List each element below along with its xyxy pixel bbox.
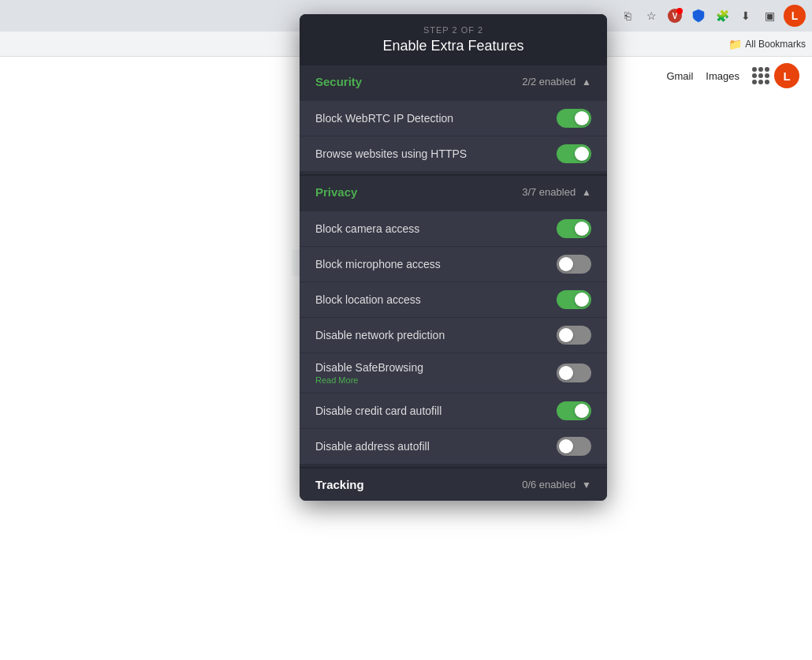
feature-row-network: Disable network prediction — [300, 318, 607, 353]
toggle-webrtc[interactable] — [557, 109, 591, 128]
privacy-chevron: ▲ — [582, 187, 591, 198]
toggle-network[interactable] — [557, 326, 591, 345]
feature-label-safebrowsing: Disable SafeBrowsing Read More — [315, 361, 557, 385]
feature-label-address: Disable address autofill — [315, 440, 557, 453]
feature-row-creditcard: Disable credit card autofill — [300, 393, 607, 429]
toggle-location[interactable] — [557, 290, 591, 309]
privacy-feature-list: Block camera access Block microphone acc… — [300, 208, 607, 467]
toggle-microphone[interactable] — [557, 255, 591, 274]
toggle-https[interactable] — [557, 144, 591, 163]
privacy-section-header[interactable]: Privacy 3/7 enabled ▲ — [300, 176, 607, 208]
download-icon[interactable]: ⬇ — [736, 6, 755, 25]
feature-label-https: Browse websites using HTTPS — [315, 147, 557, 160]
svg-text:V: V — [672, 12, 678, 21]
vpn-extension-icon[interactable]: V — [665, 6, 684, 25]
security-section-count: 2/2 enabled ▲ — [522, 76, 591, 88]
puzzle-icon[interactable]: 🧩 — [713, 6, 732, 25]
toggle-camera[interactable] — [557, 219, 591, 238]
feature-row-microphone: Block microphone access — [300, 247, 607, 282]
feature-label-network: Disable network prediction — [315, 329, 557, 341]
tracking-section-title: Tracking — [315, 478, 364, 491]
user-avatar[interactable]: L — [784, 5, 806, 27]
safebrowsing-read-more[interactable]: Read More — [315, 375, 557, 385]
images-link[interactable]: Images — [706, 70, 739, 82]
all-bookmarks[interactable]: 📁 All Bookmarks — [728, 38, 806, 50]
gmail-link[interactable]: Gmail — [666, 70, 693, 82]
tracking-section-header[interactable]: Tracking 0/6 enabled ▼ — [300, 468, 607, 501]
feature-row-safebrowsing: Disable SafeBrowsing Read More — [300, 353, 607, 393]
feature-row-webrtc: Block WebRTC IP Detection — [300, 101, 607, 136]
feature-label-webrtc: Block WebRTC IP Detection — [315, 112, 557, 125]
toggle-address[interactable] — [557, 437, 591, 456]
google-header-links: Gmail Images L — [666, 63, 799, 88]
tracking-section-count: 0/6 enabled ▼ — [522, 479, 591, 490]
security-section-header[interactable]: Security 2/2 enabled ▲ — [300, 65, 607, 98]
toggle-creditcard[interactable] — [557, 401, 591, 420]
bookmark-star-icon[interactable]: ☆ — [642, 6, 661, 25]
popup-overlay: STEP 2 OF 2 Enable Extra Features Securi… — [300, 0, 631, 660]
feature-label-location: Block location access — [315, 293, 557, 306]
popup-header: STEP 2 OF 2 Enable Extra Features — [300, 14, 607, 65]
security-section-title: Security — [315, 75, 362, 88]
popup-step-label: STEP 2 OF 2 — [315, 25, 591, 35]
feature-row-camera: Block camera access — [300, 211, 607, 247]
toggle-safebrowsing[interactable] — [557, 364, 591, 382]
feature-label-camera: Block camera access — [315, 222, 557, 235]
security-feature-list: Block WebRTC IP Detection Browse website… — [300, 98, 607, 174]
feature-row-https: Browse websites using HTTPS — [300, 136, 607, 171]
extension-popup: STEP 2 OF 2 Enable Extra Features Securi… — [300, 14, 607, 501]
privacy-section-count: 3/7 enabled ▲ — [522, 186, 591, 198]
feature-label-microphone: Block microphone access — [315, 258, 557, 270]
popup-title: Enable Extra Features — [315, 38, 591, 54]
privacy-section-title: Privacy — [315, 185, 357, 199]
popup-body: Security 2/2 enabled ▲ Block WebRTC IP D… — [300, 65, 607, 501]
bitwarden-icon[interactable] — [689, 6, 708, 25]
feature-row-address: Disable address autofill — [300, 429, 607, 464]
tab-icon[interactable]: ▣ — [760, 6, 779, 25]
google-user-avatar[interactable]: L — [774, 63, 799, 88]
tracking-chevron: ▼ — [582, 479, 591, 490]
security-chevron: ▲ — [582, 76, 591, 88]
apps-grid-icon[interactable] — [752, 67, 769, 84]
feature-label-creditcard: Disable credit card autofill — [315, 405, 557, 417]
feature-row-location: Block location access — [300, 282, 607, 318]
